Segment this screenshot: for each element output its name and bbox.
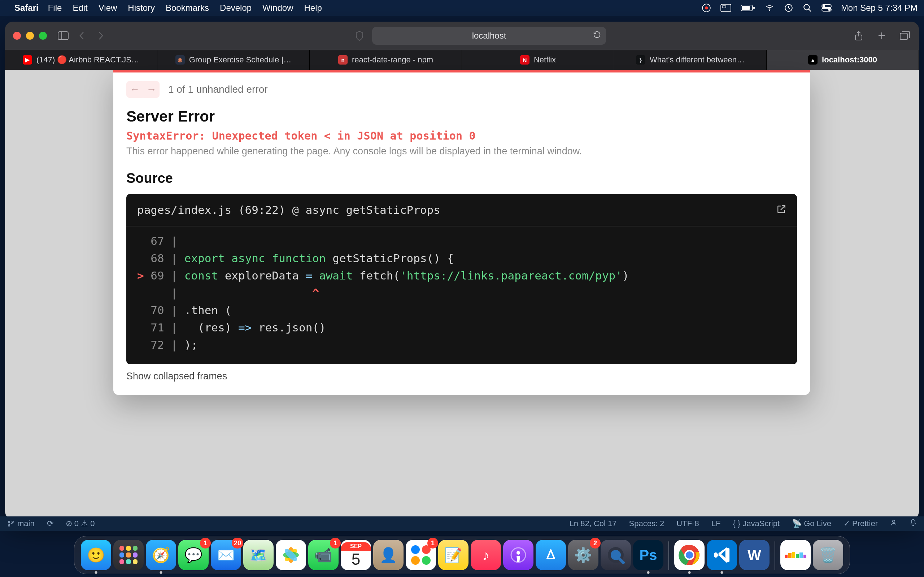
screen-record-icon[interactable] [702, 3, 711, 13]
dock-calendar[interactable]: SEP5 [341, 540, 371, 570]
menu-bookmarks[interactable]: Bookmarks [166, 3, 209, 13]
dock-photos[interactable] [276, 540, 306, 570]
prettier-status[interactable]: ✓ Prettier [843, 519, 878, 528]
dock-chrome[interactable] [674, 540, 704, 570]
language-mode[interactable]: { } JavaScript [733, 519, 780, 528]
encoding[interactable]: UTF-8 [677, 519, 699, 528]
dock-notes[interactable]: 📝 [438, 540, 468, 570]
control-center-icon[interactable] [822, 4, 832, 11]
tab-label: Group Exercise Schedule |… [189, 55, 291, 64]
dock-word[interactable]: W [739, 540, 769, 570]
dock-launchpad[interactable] [113, 540, 144, 570]
back-button[interactable] [76, 29, 88, 42]
dock-photoshop[interactable]: Ps [633, 540, 663, 570]
site-icon: ◉ [175, 55, 185, 64]
dock-mail[interactable]: ✉️20 [211, 540, 241, 570]
tab-label: Netflix [534, 55, 556, 64]
source-code-box: pages/index.js (69:22) @ async getStatic… [126, 194, 797, 364]
site-icon: } [636, 55, 645, 64]
dock-system-settings[interactable]: ⚙️2 [568, 540, 598, 570]
svg-point-7 [769, 10, 770, 10]
tab-overview-icon[interactable] [899, 29, 911, 42]
svg-rect-6 [753, 7, 755, 9]
sidebar-toggle-icon[interactable] [57, 29, 69, 42]
forward-button[interactable] [95, 29, 107, 42]
menu-edit[interactable]: Edit [73, 3, 87, 13]
svg-rect-14 [58, 32, 68, 40]
menu-window[interactable]: Window [262, 3, 293, 13]
dock-trash[interactable]: 🗑️ [813, 540, 843, 570]
macos-menubar: Safari File Edit View History Bookmarks … [0, 0, 924, 16]
privacy-shield-icon[interactable] [353, 29, 366, 42]
dock-safari[interactable]: 🧭 [146, 540, 176, 570]
dock-quicktime[interactable] [601, 540, 631, 570]
svg-point-13 [828, 9, 830, 11]
menubar-clock[interactable]: Mon Sep 5 7:34 PM [841, 3, 918, 13]
npm-icon: n [338, 55, 347, 64]
account-icon[interactable] [890, 519, 897, 528]
show-collapsed-frames-link[interactable]: Show collapsed frames [126, 371, 797, 382]
git-sync[interactable]: ⟳ [47, 519, 53, 528]
dock-messages[interactable]: 💬1 [178, 540, 208, 570]
tab-label: (147) 🔴 Airbnb REACT.JS… [36, 55, 139, 64]
dock-vscode[interactable] [707, 540, 737, 570]
git-branch[interactable]: main [7, 519, 35, 528]
cursor-position[interactable]: Ln 82, Col 17 [570, 519, 617, 528]
svg-rect-5 [742, 6, 750, 10]
eol[interactable]: LF [711, 519, 721, 528]
address-bar[interactable]: localhost [372, 27, 606, 45]
dock-maps[interactable]: 🗺️ [243, 540, 274, 570]
timemachine-icon[interactable] [784, 3, 793, 13]
dock-contacts[interactable]: 👤 [373, 540, 404, 570]
close-window-button[interactable] [13, 32, 21, 40]
source-location: pages/index.js (69:22) @ async getStatic… [137, 201, 440, 219]
open-in-editor-icon[interactable] [777, 201, 786, 219]
menu-help[interactable]: Help [304, 3, 321, 13]
share-icon[interactable] [853, 29, 865, 42]
dock-appstore[interactable] [536, 540, 566, 570]
dock-facetime[interactable]: 📹1 [308, 540, 339, 570]
svg-point-20 [12, 521, 13, 522]
next-error-button[interactable]: → [143, 81, 160, 98]
battery-icon[interactable] [741, 4, 755, 11]
app-name[interactable]: Safari [15, 3, 39, 13]
problems-count[interactable]: ⊘ 0 ⚠ 0 [66, 519, 95, 528]
fullscreen-window-button[interactable] [39, 32, 47, 40]
menu-history[interactable]: History [128, 3, 155, 13]
tab-youtube[interactable]: ▶ (147) 🔴 Airbnb REACT.JS… [5, 50, 157, 70]
go-live[interactable]: 📡 Go Live [792, 519, 831, 528]
tab-localhost[interactable]: ▲ localhost:3000 [767, 50, 919, 70]
address-text: localhost [472, 31, 506, 41]
dock-music[interactable]: ♪ [471, 540, 501, 570]
reload-icon[interactable] [593, 30, 601, 41]
keyboard-input-icon[interactable] [720, 4, 731, 12]
dock-podcasts[interactable] [503, 540, 533, 570]
menu-view[interactable]: View [99, 3, 117, 13]
prev-error-button[interactable]: ← [126, 81, 143, 98]
menu-develop[interactable]: Develop [220, 3, 252, 13]
new-tab-icon[interactable] [876, 29, 888, 42]
tab-npm[interactable]: n react-date-range - npm [310, 50, 462, 70]
error-title: Server Error [126, 108, 797, 125]
tab-netflix[interactable]: N Netflix [462, 50, 614, 70]
spotlight-icon[interactable] [803, 3, 812, 13]
dock-finder[interactable]: 🙂 [81, 540, 111, 570]
tab-label: What's different between… [650, 55, 745, 64]
safari-toolbar: localhost [5, 22, 919, 50]
nextjs-error-overlay: ← → 1 of 1 unhandled error Server Error … [113, 70, 810, 395]
svg-point-11 [822, 5, 824, 7]
minimize-window-button[interactable] [26, 32, 34, 40]
source-heading: Source [126, 171, 797, 186]
menu-file[interactable]: File [48, 3, 62, 13]
tab-whats-different[interactable]: } What's different between… [614, 50, 767, 70]
tab-strip: ▶ (147) 🔴 Airbnb REACT.JS… ◉ Group Exerc… [5, 50, 919, 70]
dock-reminders[interactable]: 1 [406, 540, 436, 570]
tab-group-exercise[interactable]: ◉ Group Exercise Schedule |… [157, 50, 310, 70]
dock-folder[interactable] [780, 540, 811, 570]
notifications-icon[interactable] [909, 519, 917, 528]
vercel-icon: ▲ [808, 55, 817, 64]
indent-setting[interactable]: Spaces: 2 [629, 519, 664, 528]
wifi-icon[interactable] [764, 4, 775, 12]
svg-point-26 [517, 551, 520, 554]
youtube-icon: ▶ [23, 55, 32, 64]
